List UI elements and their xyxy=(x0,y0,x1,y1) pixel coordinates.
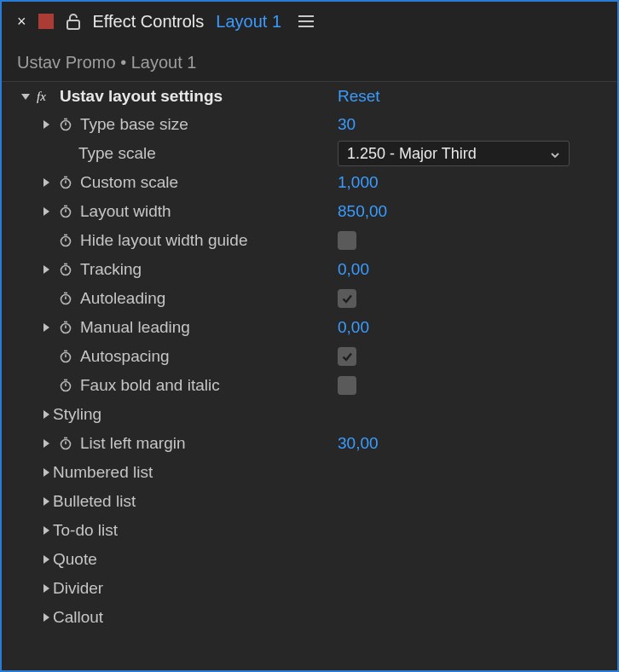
effect-name: Ustav layout settings xyxy=(60,87,223,106)
stopwatch-icon[interactable] xyxy=(55,292,77,305)
stopwatch-icon[interactable] xyxy=(55,176,77,189)
property-grid: fx Ustav layout settings Reset Type base… xyxy=(2,81,617,670)
twisty-right-icon[interactable] xyxy=(39,322,53,333)
prop-label: Type scale xyxy=(78,144,156,163)
dropdown-value: 1.250 - Major Third xyxy=(347,145,477,163)
twisty-right-icon[interactable] xyxy=(39,554,53,565)
effect-header-row: fx Ustav layout settings Reset xyxy=(2,81,617,110)
svg-marker-44 xyxy=(43,497,49,506)
stopwatch-icon[interactable] xyxy=(55,205,77,218)
twisty-right-icon[interactable] xyxy=(39,583,53,594)
svg-marker-48 xyxy=(43,613,49,622)
svg-marker-45 xyxy=(43,526,49,535)
stopwatch-icon[interactable] xyxy=(55,437,77,450)
panel-tabbar: × Effect Controls Layout 1 xyxy=(2,2,617,41)
prop-label: Divider xyxy=(53,579,103,598)
svg-text:fx: fx xyxy=(37,90,46,103)
panel-menu-icon[interactable] xyxy=(298,15,314,27)
checkbox[interactable] xyxy=(338,231,356,250)
twisty-right-icon[interactable] xyxy=(39,264,53,275)
prop-label: Manual leading xyxy=(80,318,190,337)
prop-row-divider: Divider xyxy=(2,574,617,603)
prop-row-type-scale: Type scale 1.250 - Major Third xyxy=(2,139,617,168)
value-scrubber[interactable]: 30,00 xyxy=(338,434,379,453)
prop-row-autoleading: Autoleading xyxy=(2,284,617,313)
checkbox[interactable] xyxy=(338,347,356,366)
prop-row-bulleted-list: Bulleted list xyxy=(2,487,617,516)
prop-row-manual-leading: Manual leading 0,00 xyxy=(2,313,617,342)
prop-label: To-do list xyxy=(53,521,118,540)
prop-row-autospacing: Autospacing xyxy=(2,342,617,371)
svg-marker-10 xyxy=(43,178,49,187)
svg-marker-21 xyxy=(43,265,49,274)
close-icon[interactable]: × xyxy=(17,13,26,31)
reset-button[interactable]: Reset xyxy=(338,87,380,106)
checkbox[interactable] xyxy=(338,376,356,395)
value-scrubber[interactable]: 30 xyxy=(338,115,356,134)
prop-label: Autospacing xyxy=(80,347,170,366)
svg-marker-4 xyxy=(21,94,30,100)
svg-marker-46 xyxy=(43,555,49,564)
checkbox[interactable] xyxy=(338,289,356,308)
prop-row-callout: Callout xyxy=(2,603,617,632)
twisty-right-icon[interactable] xyxy=(39,177,53,188)
stopwatch-icon[interactable] xyxy=(55,350,77,363)
prop-label: Callout xyxy=(53,608,103,627)
panel-layer-link[interactable]: Layout 1 xyxy=(216,12,281,32)
prop-label: Tracking xyxy=(80,260,142,279)
prop-label: Faux bold and italic xyxy=(80,376,220,395)
panel-title: Effect Controls xyxy=(93,12,205,32)
breadcrumb: Ustav Promo • Layout 1 xyxy=(2,41,617,81)
prop-label: Hide layout width guide xyxy=(80,231,247,250)
svg-marker-47 xyxy=(43,584,49,593)
svg-marker-28 xyxy=(43,323,49,332)
prop-label: Styling xyxy=(53,405,101,424)
prop-row-quote: Quote xyxy=(2,545,617,574)
chevron-down-icon xyxy=(550,145,560,163)
svg-rect-0 xyxy=(67,20,79,29)
fx-icon[interactable]: fx xyxy=(34,90,56,103)
value-scrubber[interactable]: 850,00 xyxy=(338,202,387,221)
stopwatch-icon[interactable] xyxy=(55,118,77,131)
prop-row-numbered-list: Numbered list xyxy=(2,458,617,487)
prop-label: Numbered list xyxy=(53,463,153,482)
effect-controls-panel: × Effect Controls Layout 1 Ustav Promo •… xyxy=(0,0,619,672)
prop-label: List left margin xyxy=(80,434,186,453)
svg-marker-38 xyxy=(43,410,49,419)
stopwatch-icon[interactable] xyxy=(55,263,77,276)
prop-row-layout-width: Layout width 850,00 xyxy=(2,197,617,226)
svg-marker-14 xyxy=(43,207,49,216)
prop-label: Custom scale xyxy=(80,173,178,192)
value-scrubber[interactable]: 0,00 xyxy=(338,318,369,337)
prop-label: Layout width xyxy=(80,202,171,221)
twisty-right-icon[interactable] xyxy=(39,467,53,478)
twisty-right-icon[interactable] xyxy=(39,612,53,623)
prop-row-list-left-margin: List left margin 30,00 xyxy=(2,429,617,458)
twisty-right-icon[interactable] xyxy=(39,206,53,217)
svg-marker-39 xyxy=(43,439,49,448)
twisty-right-icon[interactable] xyxy=(39,496,53,507)
prop-row-todo-list: To-do list xyxy=(2,516,617,545)
svg-marker-43 xyxy=(43,468,49,477)
label-color-chip[interactable] xyxy=(38,14,54,29)
twisty-right-icon[interactable] xyxy=(39,438,53,449)
stopwatch-icon[interactable] xyxy=(55,321,77,334)
prop-row-styling: Styling xyxy=(2,400,617,429)
twisty-right-icon[interactable] xyxy=(39,119,53,130)
stopwatch-icon[interactable] xyxy=(55,234,77,247)
prop-label: Autoleading xyxy=(80,289,165,308)
twisty-right-icon[interactable] xyxy=(39,525,53,536)
stopwatch-icon[interactable] xyxy=(55,379,77,392)
value-scrubber[interactable]: 0,00 xyxy=(338,260,369,279)
prop-row-tracking: Tracking 0,00 xyxy=(2,255,617,284)
prop-label: Type base size xyxy=(80,115,188,134)
prop-label: Bulleted list xyxy=(53,492,136,511)
value-scrubber[interactable]: 1,000 xyxy=(338,173,379,192)
prop-row-custom-scale: Custom scale 1,000 xyxy=(2,168,617,197)
twisty-down-icon[interactable] xyxy=(19,91,32,101)
svg-marker-6 xyxy=(43,120,49,129)
prop-row-faux-bold: Faux bold and italic xyxy=(2,371,617,400)
twisty-right-icon[interactable] xyxy=(39,409,53,420)
lock-open-icon[interactable] xyxy=(66,13,81,30)
type-scale-dropdown[interactable]: 1.250 - Major Third xyxy=(338,141,570,166)
